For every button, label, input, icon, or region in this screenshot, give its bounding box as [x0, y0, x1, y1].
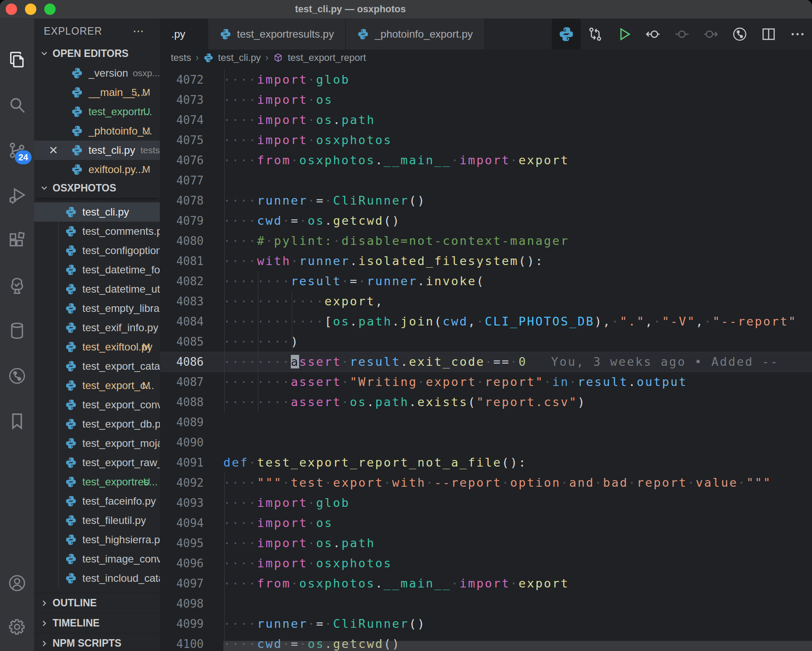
sidebar-section-npm-scripts[interactable]: NPM SCRIPTS: [34, 633, 160, 651]
activity-settings[interactable]: [0, 607, 34, 647]
navigate-position-button[interactable]: [667, 19, 696, 50]
tree-item[interactable]: test_highsierra.py: [34, 530, 160, 549]
code-line: 4078····runner·=·CliRunner(): [160, 191, 812, 211]
navigate-back-button[interactable]: [639, 19, 667, 50]
code-line: 4089: [160, 412, 812, 432]
tree-item[interactable]: test_configoptions....: [34, 241, 160, 260]
close-window-button[interactable]: [6, 4, 17, 15]
python-file-icon: [65, 437, 77, 449]
tree-item[interactable]: test_image_convert...: [34, 549, 160, 569]
breadcrumb-file[interactable]: test_cli.py: [218, 52, 261, 64]
activity-gitlens[interactable]: [0, 356, 34, 396]
activity-source-control[interactable]: 24: [0, 130, 34, 170]
title-bar: test_cli.py — osxphotos: [0, 0, 812, 19]
line-number: 4091: [160, 453, 204, 473]
editor-tab[interactable]: test_exportresults.py: [208, 19, 346, 50]
activity-run-debug[interactable]: [0, 175, 34, 216]
open-editor-item[interactable]: test_exportr...U: [34, 102, 160, 121]
code-editor[interactable]: 4072····import·glob4073····import·os4074…: [160, 66, 812, 651]
line-content: ············[os.path.join(cwd,·CLI_PHOTO…: [204, 311, 797, 332]
python-file-icon: [65, 495, 77, 507]
tree-item[interactable]: test_fileutil.py: [34, 511, 160, 530]
python-file-icon: [65, 399, 77, 411]
minimize-window-button[interactable]: [25, 4, 36, 15]
tree-item[interactable]: test_export_conver...: [34, 395, 160, 414]
line-number: 4092: [160, 473, 204, 493]
python-file-icon: [65, 514, 77, 527]
tab-bar: .pytest_exportresults.py_photoinfo_expor…: [160, 19, 812, 50]
python-file-icon: [71, 86, 83, 99]
sidebar-section-timeline[interactable]: TIMELINE: [34, 613, 160, 633]
tree-item[interactable]: test_export_catalin...: [34, 357, 160, 376]
tree-item[interactable]: test_export_db.py: [34, 414, 160, 434]
tree-item[interactable]: test_exif_info.py: [34, 318, 160, 337]
code-line: 4093····import·glob: [160, 493, 812, 513]
python-interpreter-button[interactable]: [552, 19, 581, 50]
editor-more-actions-button[interactable]: [783, 19, 812, 50]
sidebar-more-actions[interactable]: ⋯: [133, 19, 145, 43]
project-section-header[interactable]: OSXPHOTOS: [34, 178, 160, 198]
line-content: [204, 170, 223, 191]
python-file-icon: [65, 225, 77, 237]
tree-item-label: test_faceinfo.py: [82, 495, 156, 507]
code-line: 4073····import·os: [160, 90, 812, 110]
line-content: ····runner·=·CliRunner(): [204, 614, 426, 634]
tree-item[interactable]: test_exportres...U: [34, 472, 160, 492]
zoom-window-button[interactable]: [44, 4, 56, 15]
tabs: .pytest_exportresults.py_photoinfo_expor…: [160, 19, 485, 50]
tree-item[interactable]: test_incloud_catali...: [34, 569, 160, 588]
open-editor-item[interactable]: _photoinfo_...M: [34, 121, 160, 141]
code-line: 4080····#·pylint:·disable=not-context-ma…: [160, 231, 812, 251]
python-file-icon: [71, 144, 83, 156]
tree-item[interactable]: test_export_c...M: [34, 376, 160, 395]
python-file-icon: [71, 163, 83, 176]
activity-extensions[interactable]: [0, 220, 34, 261]
sidebar-section-outline[interactable]: OUTLINE: [34, 593, 160, 613]
activity-search[interactable]: [0, 85, 34, 125]
open-editor-item[interactable]: ✕test_cli.pytests: [34, 141, 160, 160]
tree-item[interactable]: test_comments.py: [34, 222, 160, 241]
run-python-file-button[interactable]: [610, 19, 639, 50]
breadcrumb-symbol[interactable]: test_export_report: [288, 52, 366, 64]
tree-item[interactable]: test_export_mojave...: [34, 434, 160, 453]
editor-tab[interactable]: .py: [160, 19, 208, 50]
open-editors-header[interactable]: OPEN EDITORS: [34, 43, 160, 64]
chevron-right-icon: [39, 619, 49, 628]
activity-bookmarks[interactable]: [0, 401, 34, 441]
horizontal-scrollbar[interactable]: [223, 641, 812, 651]
line-number: 4093: [160, 493, 204, 513]
tree-item[interactable]: test_empty_library_...: [34, 299, 160, 318]
line-content: ····from·osxphotos.__main__·import·expor…: [204, 150, 569, 170]
split-editor-button[interactable]: [754, 19, 783, 50]
tree-item[interactable]: test_exiftool.pyM: [34, 337, 160, 357]
tree-item-label: test_datetime_utils....: [82, 283, 160, 295]
line-number: 4099: [160, 614, 204, 634]
activity-tree-view[interactable]: [0, 265, 34, 306]
window-title: test_cli.py — osxphotos: [280, 0, 420, 18]
close-editor-icon[interactable]: ✕: [46, 143, 60, 157]
activity-account[interactable]: [0, 563, 34, 603]
tree-item[interactable]: test_cli.py: [34, 202, 160, 222]
tree-item[interactable]: test_faceinfo.py: [34, 492, 160, 511]
editor-tab[interactable]: _photoinfo_export.py: [346, 19, 484, 50]
code-line: 4075····import·osxphotos: [160, 130, 812, 150]
activity-explorer[interactable]: [0, 40, 34, 80]
navigate-forward-button[interactable]: [696, 19, 725, 50]
git-status-badge: U: [143, 476, 150, 488]
tree-item[interactable]: test_datetime_utils....: [34, 280, 160, 299]
ellipsis-icon: [789, 26, 806, 42]
activity-database[interactable]: [0, 311, 34, 351]
open-editor-item[interactable]: _version.pyosxp...: [34, 64, 160, 83]
indent-guide: [224, 70, 225, 412]
code-line: 4090: [160, 432, 812, 453]
tree-item[interactable]: test_export_raw_ca...: [34, 453, 160, 472]
open-changes-button[interactable]: [581, 19, 610, 50]
run-icon: [616, 26, 632, 42]
indent-guide: [224, 473, 225, 651]
open-editor-item[interactable]: __main__....5, M: [34, 83, 160, 102]
tree-item[interactable]: test_datetime_form...: [34, 260, 160, 280]
breadcrumb-folder[interactable]: tests: [171, 52, 191, 64]
git-history-button[interactable]: [725, 19, 754, 50]
open-editor-label: exiftool.py...: [88, 163, 144, 176]
open-editor-item[interactable]: exiftool.py...M: [34, 160, 160, 178]
